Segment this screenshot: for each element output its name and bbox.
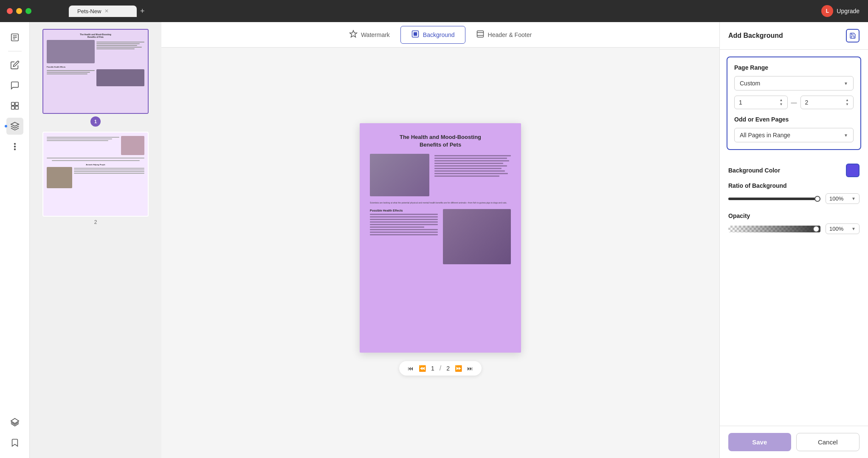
nav-separator: / xyxy=(440,365,441,372)
opacity-label: Opacity xyxy=(728,212,860,219)
document-area: The Health and Mood-BoostingBenefits of … xyxy=(347,48,534,458)
minimize-button[interactable] xyxy=(16,8,22,14)
svg-rect-15 xyxy=(477,31,483,37)
background-icon xyxy=(411,30,420,40)
thumbnail-page-1[interactable]: The Health and Mood-BoostingBenefits of … xyxy=(37,29,155,127)
doc-main-section xyxy=(370,154,511,196)
odd-even-title: Odd or Even Pages xyxy=(734,116,854,123)
upgrade-label: Upgrade xyxy=(837,8,860,14)
ratio-value-select[interactable]: 100% ▼ xyxy=(826,193,860,204)
ratio-slider-fill xyxy=(728,198,820,200)
toolbar-background[interactable]: Background xyxy=(400,26,465,44)
doc-title: The Health and Mood-BoostingBenefits of … xyxy=(370,133,511,149)
top-toolbar: Watermark Background xyxy=(161,22,719,48)
ratio-label: Ratio of Background xyxy=(728,182,860,189)
main-layout: The Health and Mood-BoostingBenefits of … xyxy=(0,22,868,458)
opacity-section: Opacity 100% ▼ xyxy=(728,212,860,234)
range-start-up[interactable]: ▲ xyxy=(780,99,783,102)
right-panel: Add Background Page Range Custom ▼ xyxy=(719,22,868,458)
ratio-value: 100% xyxy=(829,195,843,202)
titlebar: Pets-New ✕ + L Upgrade xyxy=(0,0,868,22)
toolbar-header-footer[interactable]: Header & Footer xyxy=(465,26,543,44)
ratio-slider-row: 100% ▼ xyxy=(728,193,860,204)
opacity-fill xyxy=(728,226,820,232)
opacity-slider-row: 100% ▼ xyxy=(728,223,860,234)
tab-pets-new[interactable]: Pets-New ✕ xyxy=(69,6,137,17)
toolbar-watermark[interactable]: Watermark xyxy=(338,26,400,44)
range-start-stepper[interactable]: ▲ ▼ xyxy=(780,99,783,106)
thumbnails-panel: The Health and Mood-BoostingBenefits of … xyxy=(30,22,161,458)
odd-even-dropdown[interactable]: All Pages in Range ▼ xyxy=(734,128,854,142)
page-range-dropdown[interactable]: Custom ▼ xyxy=(734,76,854,90)
thumbnail-page-2[interactable]: Animals Helping People 2 xyxy=(37,132,155,225)
traffic-lights xyxy=(7,8,31,14)
page-range-dropdown-wrapper: Custom ▼ xyxy=(734,76,854,90)
page-range-custom: Custom xyxy=(740,80,760,87)
thumb-img-dog xyxy=(96,69,144,86)
doc-text-right xyxy=(434,154,511,196)
nav-next-page[interactable]: ⏩ xyxy=(455,365,462,372)
avatar: L xyxy=(821,5,833,17)
watermark-label: Watermark xyxy=(361,31,390,38)
doc-caption-area: Scientists are looking at what the poten… xyxy=(370,201,511,204)
active-indicator xyxy=(5,125,7,127)
svg-rect-7 xyxy=(15,106,18,109)
svg-rect-6 xyxy=(11,106,14,109)
ratio-slider-thumb[interactable] xyxy=(814,196,820,202)
tab-add-icon[interactable]: + xyxy=(140,7,145,16)
background-color-swatch[interactable] xyxy=(846,164,860,177)
thumbnail-inner-1: The Health and Mood-BoostingBenefits of … xyxy=(43,30,148,113)
thumb-text-1 xyxy=(96,42,144,49)
sidebar-icon-layers[interactable] xyxy=(6,414,23,431)
range-start-value: 1 xyxy=(739,99,742,106)
upgrade-button[interactable]: L Upgrade xyxy=(821,5,860,17)
save-button[interactable]: Save xyxy=(728,433,791,451)
range-end-up[interactable]: ▲ xyxy=(845,99,849,102)
opacity-thumb[interactable] xyxy=(813,226,820,232)
nav-first-page[interactable]: ⏮ xyxy=(408,365,414,372)
nav-current-page: 1 xyxy=(431,365,434,372)
range-end-down[interactable]: ▼ xyxy=(845,103,849,106)
watermark-icon xyxy=(349,30,358,40)
sidebar-icon-more[interactable] xyxy=(6,138,23,155)
range-start-down[interactable]: ▼ xyxy=(780,103,783,106)
cancel-button[interactable]: Cancel xyxy=(796,433,860,451)
sidebar-icon-organize[interactable] xyxy=(6,97,23,114)
nav-total-pages: 2 xyxy=(446,365,450,372)
range-start-input[interactable]: 1 ▲ ▼ xyxy=(734,96,788,109)
doc-left-text: Possible Health Effects xyxy=(370,209,438,264)
opacity-slider-track[interactable] xyxy=(728,226,820,232)
thumbnail-inner-2: Animals Helping People xyxy=(43,133,148,216)
tab-close-icon[interactable]: ✕ xyxy=(104,8,109,14)
nav-prev-page[interactable]: ⏪ xyxy=(419,365,426,372)
range-end-value: 2 xyxy=(805,99,809,106)
tab-area: Pets-New ✕ + xyxy=(69,6,145,17)
close-button[interactable] xyxy=(7,8,13,14)
thumb-images-1 xyxy=(47,40,144,63)
maximize-button[interactable] xyxy=(25,8,31,14)
page-label-2: 2 xyxy=(94,219,97,225)
sidebar-icon-comments[interactable] xyxy=(6,77,23,94)
sidebar-icon-pages[interactable] xyxy=(6,29,23,46)
background-label: Background xyxy=(423,31,455,38)
center-content: Watermark Background xyxy=(161,22,719,458)
range-end-input[interactable]: 2 ▲ ▼ xyxy=(800,96,854,109)
ratio-slider-track[interactable] xyxy=(728,198,820,200)
opacity-value: 100% xyxy=(829,226,843,232)
page-navigation: ⏮ ⏪ 1 / 2 ⏩ ⏭ xyxy=(399,361,482,376)
thumbnail-frame-2[interactable]: Animals Helping People xyxy=(42,132,149,217)
range-end-stepper[interactable]: ▲ ▼ xyxy=(845,99,849,106)
sidebar-icon-background[interactable] xyxy=(6,118,23,135)
right-panel-body: Background Color Ratio of Background 100… xyxy=(720,157,868,426)
svg-point-8 xyxy=(14,143,15,144)
sidebar-icon-bookmark[interactable] xyxy=(6,434,23,451)
svg-rect-14 xyxy=(414,32,417,35)
nav-last-page[interactable]: ⏭ xyxy=(467,365,473,372)
panel-save-icon-btn[interactable] xyxy=(846,29,860,42)
opacity-value-select[interactable]: 100% ▼ xyxy=(826,223,860,234)
doc-cat-image xyxy=(370,154,429,196)
thumbnail-frame-1[interactable]: The Health and Mood-BoostingBenefits of … xyxy=(42,29,149,114)
background-color-label: Background Color xyxy=(728,167,780,174)
sidebar-icon-edit[interactable] xyxy=(6,57,23,74)
svg-marker-12 xyxy=(350,30,357,37)
